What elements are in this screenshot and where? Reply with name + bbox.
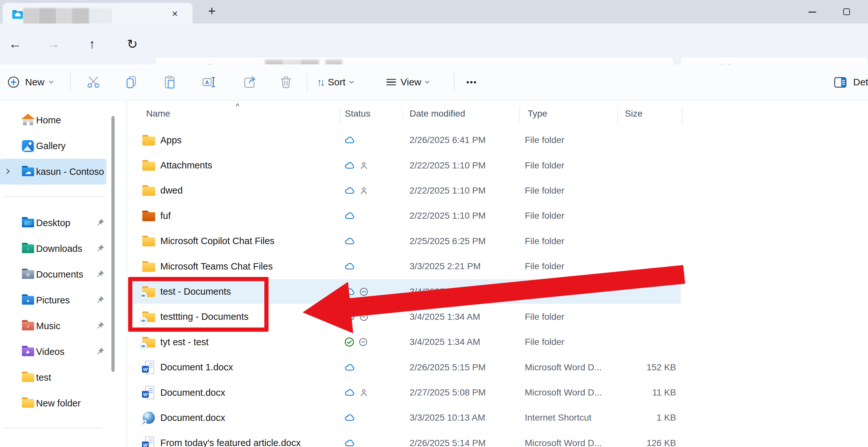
rename-button[interactable]: A bbox=[198, 64, 219, 100]
file-type: File folder bbox=[525, 304, 564, 329]
column-header-status[interactable]: Status bbox=[345, 102, 370, 125]
chevron-down-icon bbox=[49, 79, 54, 83]
shared-person-icon bbox=[359, 185, 369, 196]
maximize-icon[interactable] bbox=[843, 8, 850, 15]
file-row[interactable]: Document 1.docx 2/26/2025 5:15 PM Micros… bbox=[0, 355, 868, 380]
share-button[interactable] bbox=[239, 64, 260, 100]
paste-button[interactable] bbox=[159, 64, 181, 100]
file-row[interactable]: dwed bbox=[0, 178, 868, 203]
file-icon bbox=[142, 178, 156, 203]
word-document-icon bbox=[143, 361, 154, 374]
refresh-icon[interactable]: ↻ bbox=[121, 24, 144, 64]
file-size bbox=[602, 304, 676, 329]
new-button[interactable]: New bbox=[7, 64, 53, 100]
column-header-date-modified[interactable]: Date modified bbox=[409, 102, 465, 125]
file-row[interactable]: fuf 2/22/2025 1:10 PM File folder bbox=[0, 203, 868, 228]
view-button[interactable]: View bbox=[386, 64, 429, 100]
file-size bbox=[602, 203, 676, 228]
cloud-status-icon bbox=[344, 437, 355, 447]
file-date-modified: 2/26/2025 6:41 PM bbox=[409, 127, 486, 153]
cloud-status-icon bbox=[344, 387, 355, 398]
file-status bbox=[344, 380, 369, 405]
folder-icon bbox=[142, 236, 155, 246]
file-name: Document 1.docx bbox=[160, 355, 233, 380]
file-type: Microsoft Word D... bbox=[525, 430, 602, 447]
new-tab-button[interactable]: + bbox=[205, 4, 219, 18]
sort-button[interactable]: ↑↓ Sort bbox=[317, 64, 353, 100]
details-pane-icon bbox=[833, 76, 848, 89]
file-type: File folder bbox=[525, 279, 564, 304]
file-name: Attachments bbox=[160, 153, 212, 178]
column-header-type[interactable]: Type bbox=[528, 102, 547, 125]
cloud-status-icon bbox=[344, 412, 355, 423]
delete-button[interactable] bbox=[275, 64, 297, 100]
shared-person-icon bbox=[359, 160, 369, 171]
file-row[interactable]: Document.docx 3/3/2025 10:13 AM Internet… bbox=[0, 405, 868, 430]
file-date-modified: 3/4/2025 1:34 AM bbox=[409, 304, 480, 329]
close-tab-icon[interactable]: × bbox=[169, 7, 181, 20]
sort-label: Sort bbox=[328, 77, 345, 88]
file-icon bbox=[142, 329, 156, 355]
file-row[interactable]: Apps 2/26/2025 6:41 PM File folder bbox=[0, 127, 868, 153]
file-size: 11 KB bbox=[602, 380, 676, 405]
file-icon bbox=[142, 127, 156, 153]
file-date-modified: 2/26/2025 5:14 PM bbox=[409, 430, 486, 447]
cloud-status-icon bbox=[344, 235, 355, 247]
details-label: Det bbox=[853, 77, 868, 88]
file-row[interactable]: Microsoft Teams Chat Files 3/3/2025 2:21… bbox=[0, 254, 868, 279]
column-header-size[interactable]: Size bbox=[625, 102, 642, 125]
back-icon[interactable]: ← bbox=[4, 24, 26, 64]
file-date-modified: 2/22/2025 1:10 PM bbox=[409, 203, 486, 228]
toolbar-divider bbox=[454, 73, 455, 92]
content-area: Home Gallery bbox=[0, 100, 868, 447]
folder-icon bbox=[22, 346, 34, 356]
sidebar-item-icon bbox=[22, 269, 35, 280]
up-icon[interactable]: ↑ bbox=[81, 24, 103, 64]
file-icon bbox=[142, 355, 156, 380]
file-size bbox=[602, 127, 676, 153]
file-row[interactable]: tyt est - test bbox=[0, 329, 868, 355]
column-header-name[interactable]: Name bbox=[146, 102, 170, 125]
file-row[interactable]: Document.docx bbox=[0, 380, 868, 405]
folder-icon bbox=[142, 135, 155, 146]
folder-icon bbox=[142, 185, 155, 196]
file-explorer-window: × + ← → ↑ ↻ OneDrive bbox=[0, 0, 868, 447]
file-status bbox=[344, 229, 355, 254]
file-type: File folder bbox=[525, 153, 564, 178]
more-options-button[interactable]: ••• bbox=[461, 64, 482, 100]
cloud-status-icon bbox=[344, 311, 355, 323]
word-document-icon bbox=[143, 436, 154, 447]
folder-icon bbox=[142, 211, 155, 221]
sidebar-item-icon bbox=[22, 243, 35, 255]
folder-icon bbox=[142, 160, 155, 171]
copy-button[interactable] bbox=[121, 64, 142, 100]
column-headers: ^ Name Status Date modified Type Size bbox=[129, 102, 868, 127]
file-size: 1 KB bbox=[602, 405, 676, 430]
cloud-status-icon bbox=[344, 160, 355, 171]
folder-icon bbox=[22, 243, 34, 253]
file-date-modified: 2/22/2025 1:10 PM bbox=[409, 178, 486, 203]
file-row[interactable]: Attachments bbox=[0, 153, 868, 178]
file-name: From today's featured article.docx bbox=[160, 430, 301, 447]
shortcut-link-icon bbox=[359, 312, 369, 322]
file-status bbox=[344, 127, 355, 153]
details-pane-button[interactable]: Det bbox=[833, 64, 868, 100]
cut-button[interactable] bbox=[83, 64, 104, 100]
cloud-status-icon bbox=[344, 286, 355, 298]
file-status bbox=[344, 430, 355, 447]
file-row[interactable]: From today's featured article.docx 2/26/… bbox=[0, 430, 868, 447]
file-type: Microsoft Word D... bbox=[525, 380, 602, 405]
minimize-icon[interactable] bbox=[808, 11, 816, 12]
view-label: View bbox=[401, 77, 421, 88]
file-status bbox=[344, 355, 355, 380]
file-status bbox=[344, 153, 369, 178]
file-name: dwed bbox=[160, 178, 183, 203]
folder-icon bbox=[22, 371, 34, 382]
window-tab[interactable]: × bbox=[3, 3, 192, 24]
folder-icon bbox=[22, 320, 34, 330]
home-icon bbox=[22, 114, 34, 125]
file-type: File folder bbox=[525, 203, 564, 228]
chevron-down-icon bbox=[425, 79, 430, 83]
file-name: Microsoft Copilot Chat Files bbox=[160, 229, 275, 254]
file-row[interactable]: Microsoft Copilot Chat Files 2/25/2025 6… bbox=[0, 229, 868, 254]
